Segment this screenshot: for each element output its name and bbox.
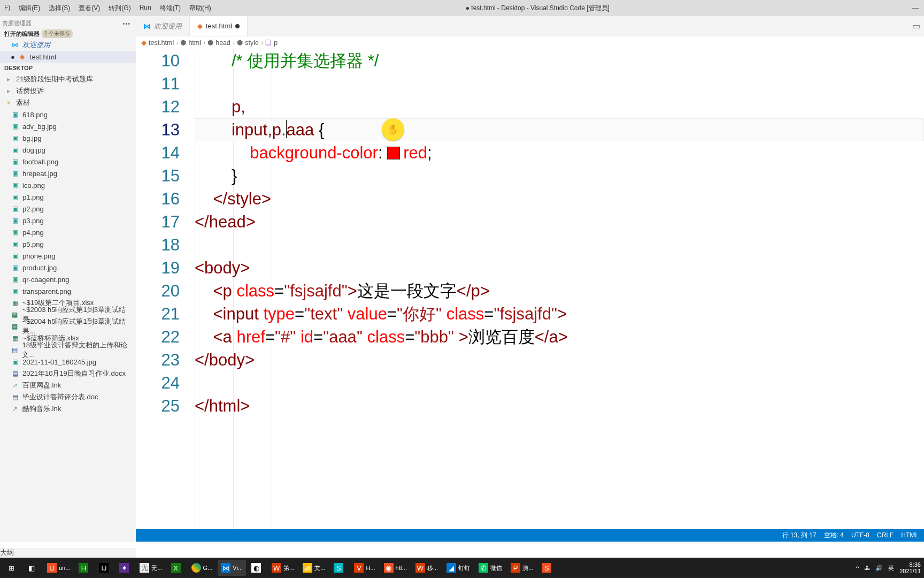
menu-go[interactable]: 转到(G) xyxy=(104,4,135,13)
workspace-header[interactable]: DESKTOP xyxy=(0,63,136,73)
breadcrumb-html[interactable]: html xyxy=(188,39,201,47)
taskbar-app[interactable]: X xyxy=(168,560,186,576)
code-comment: /* 使用并集选择器 */ xyxy=(232,51,379,70)
tray-time[interactable]: 8:36 xyxy=(910,561,921,568)
tray-volume-icon[interactable]: 🔊 xyxy=(875,565,883,572)
tree-item[interactable]: ▤毕业设计答辩评分表.doc xyxy=(0,391,136,403)
tree-item[interactable]: ▣adv_bg.jpg xyxy=(0,120,136,132)
taskbar-app[interactable]: S xyxy=(330,560,349,576)
explorer-more-icon[interactable]: ••• xyxy=(122,20,130,27)
img-icon: ▣ xyxy=(11,358,19,366)
dirty-dot-icon xyxy=(235,24,240,28)
tree-item[interactable]: ▤18级毕业设计答辩文档的上传和论文... xyxy=(0,344,136,356)
status-eol[interactable]: CRLF xyxy=(877,531,894,539)
code-string: # xyxy=(281,328,290,346)
taskbar-wechat[interactable]: ✆微信 xyxy=(475,560,505,576)
tree-item[interactable]: ▣qr-coagent.png xyxy=(0,273,136,285)
menu-file[interactable]: F) xyxy=(0,4,14,13)
color-swatch-icon[interactable] xyxy=(387,147,400,159)
open-editor-welcome[interactable]: ⋈ 欢迎使用 xyxy=(0,39,136,51)
tree-item[interactable]: ▣p5.png xyxy=(0,238,136,250)
code-tag: a xyxy=(223,328,232,346)
taskbar-start[interactable]: ⊞ xyxy=(3,560,21,576)
taskbar-app[interactable]: ✦ xyxy=(116,560,134,576)
menu-terminal[interactable]: 终端(T) xyxy=(156,4,185,13)
status-ln-col[interactable]: 行 13, 列 17 xyxy=(782,531,817,540)
open-editors-header[interactable]: 打开的编辑器 1 个未保存 xyxy=(0,28,136,39)
outline-header[interactable]: 大纲 xyxy=(0,548,136,558)
breadcrumb[interactable]: ◆ test.html › ⬢ html › ⬢ head › ⬢ style … xyxy=(136,36,924,49)
menu-view[interactable]: 查看(V) xyxy=(74,4,104,13)
status-encoding[interactable]: UTF-8 xyxy=(851,531,869,539)
window-controls[interactable]: — xyxy=(860,4,924,12)
tree-item[interactable]: ▣ico.png xyxy=(0,179,136,191)
taskbar-app[interactable]: S xyxy=(538,560,557,576)
tree-item[interactable]: ▣bg.jpg xyxy=(0,132,136,144)
tree-item-label: p3.png xyxy=(22,217,44,225)
menu-run[interactable]: Run xyxy=(135,4,156,13)
tab-testhtml[interactable]: ◆ test.html xyxy=(190,16,248,36)
tray-up-icon[interactable]: ^ xyxy=(856,565,859,571)
tree-item[interactable]: ▣dog.jpg xyxy=(0,144,136,156)
open-editors-label: 打开的编辑器 xyxy=(4,30,40,38)
tree-item[interactable]: ▣hrepeat.jpg xyxy=(0,168,136,179)
status-spaces[interactable]: 空格: 4 xyxy=(824,531,844,540)
breadcrumb-head[interactable]: head xyxy=(215,39,230,47)
taskbar-app[interactable]: Uun... xyxy=(44,560,73,576)
taskbar-app[interactable]: 无无... xyxy=(136,560,165,576)
tree-item[interactable]: ▸话费投诉 xyxy=(0,85,136,97)
open-editor-testhtml[interactable]: ● ◆ test.html xyxy=(0,51,136,63)
taskbar-app[interactable]: 📁文... xyxy=(299,560,328,576)
tab-overflow-icon[interactable]: ▭ xyxy=(908,16,924,36)
tree-item[interactable]: ▣p4.png xyxy=(0,226,136,238)
code-string: aaa xyxy=(329,328,357,346)
taskbar-app[interactable]: H xyxy=(75,560,94,576)
tab-welcome[interactable]: ⋈ 欢迎使用 xyxy=(136,16,190,36)
menu-selection[interactable]: 选择(S) xyxy=(44,4,74,13)
taskbar-app[interactable]: ◉htt... xyxy=(381,560,410,576)
chevron-right-icon: › xyxy=(233,39,235,47)
tree-item[interactable]: ↗百度网盘.lnk xyxy=(0,379,136,391)
taskbar-taskview[interactable]: ◧ xyxy=(24,560,42,576)
status-bar: 行 13, 列 17 空格: 4 UTF-8 CRLF HTML xyxy=(136,529,924,542)
tray-network-icon[interactable]: 🖧 xyxy=(864,565,870,571)
tree-item[interactable]: ▣product.jpg xyxy=(0,262,136,273)
code-content[interactable]: /* 使用并集选择器 */ p, input,p.aaa { ✋ backgro… xyxy=(195,49,924,529)
breadcrumb-p[interactable]: p xyxy=(274,39,278,47)
code-value: red xyxy=(403,143,427,162)
taskbar-app[interactable]: P演... xyxy=(507,560,536,576)
taskbar-vscode[interactable]: ⋈Vi... xyxy=(218,560,246,576)
breadcrumb-style[interactable]: style xyxy=(245,39,259,47)
tree-item[interactable]: ▣p2.png xyxy=(0,203,136,215)
tree-item[interactable]: ▤2021年10月19日晚自习作业.docx xyxy=(0,368,136,379)
system-tray[interactable]: ^ 🖧 🔊 英 8:36 2021/11 xyxy=(856,561,921,574)
tree-item[interactable]: ▾素材 xyxy=(0,97,136,109)
tree-item[interactable]: ▣football.png xyxy=(0,156,136,168)
taskbar-dingtalk[interactable]: ◢钉钉 xyxy=(443,560,473,576)
taskbar-app[interactable]: W移... xyxy=(412,560,441,576)
tree-item[interactable]: ↗酷狗音乐.lnk xyxy=(0,403,136,415)
tree-item[interactable]: ▣p1.png xyxy=(0,191,136,203)
tree-item[interactable]: ▣phone.png xyxy=(0,250,136,262)
tree-item[interactable]: ▣p3.png xyxy=(0,215,136,226)
taskbar-app[interactable]: VH... xyxy=(351,560,378,576)
taskbar-app[interactable]: W第... xyxy=(268,560,297,576)
titlebar: F) 编辑(E) 选择(S) 查看(V) 转到(G) Run 终端(T) 帮助(… xyxy=(0,0,924,16)
code-editor[interactable]: 101112 131415 161718 192021 222324 25 /*… xyxy=(136,49,924,529)
tree-item[interactable]: ▣618.png xyxy=(0,109,136,120)
breadcrumb-file[interactable]: test.html xyxy=(149,39,174,47)
tray-ime[interactable]: 英 xyxy=(888,564,894,572)
tray-date[interactable]: 2021/11 xyxy=(899,568,921,574)
taskbar-app[interactable]: IJ xyxy=(96,560,114,576)
tree-item[interactable]: ▸21级阶段性期中考试题库 xyxy=(0,73,136,85)
menu-help[interactable]: 帮助(H) xyxy=(185,4,215,13)
taskbar-app[interactable]: ◐ xyxy=(248,560,266,576)
tree-item-label: transparent.png xyxy=(22,287,71,295)
status-language[interactable]: HTML xyxy=(901,531,919,539)
code-tag: p xyxy=(223,282,232,300)
img-icon: ▣ xyxy=(11,205,19,212)
menu-edit[interactable]: 编辑(E) xyxy=(14,4,44,13)
taskbar-chrome[interactable]: G... xyxy=(188,560,216,576)
tree-item[interactable]: ▣transparent.png xyxy=(0,285,136,297)
tree-item[interactable]: ▦~$2004 h5响应式第1到3章测试结果... xyxy=(0,321,136,332)
